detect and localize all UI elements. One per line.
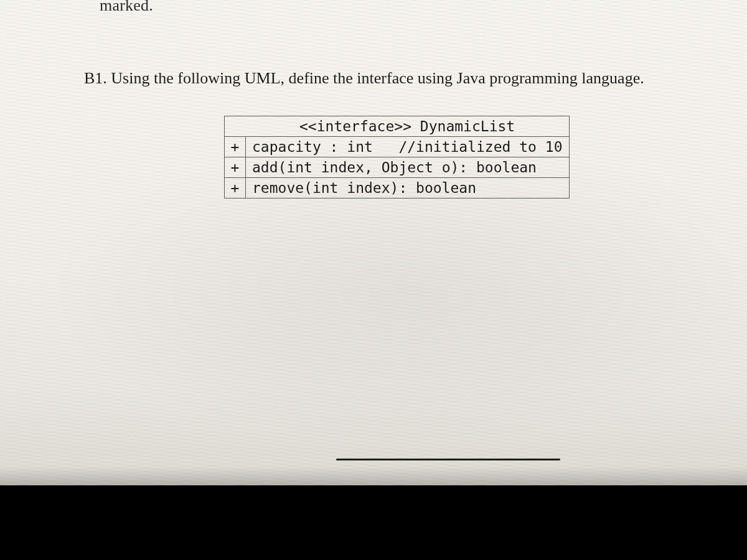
uml-signature: add(int index, Object o): boolean <box>246 157 570 178</box>
uml-visibility: + <box>225 157 246 178</box>
uml-visibility: + <box>225 137 246 157</box>
uml-member-row: + remove(int index): boolean <box>225 178 570 198</box>
uml-interface-table: <<interface>> DynamicList + capacity : i… <box>224 116 570 198</box>
page-footer-rule <box>336 459 560 460</box>
question-number: B1. <box>84 69 107 87</box>
uml-member-row: + capacity : int //initialized to 10 <box>225 137 570 157</box>
uml-visibility: + <box>225 178 246 198</box>
uml-member-row: + add(int index, Object o): boolean <box>225 157 570 178</box>
cutoff-previous-line: marked. <box>100 0 153 15</box>
uml-header-row: <<interface>> DynamicList <box>225 116 570 137</box>
question-text: Using the following UML, define the inte… <box>111 69 644 87</box>
page-bottom-shadow <box>0 467 747 485</box>
uml-signature: remove(int index): boolean <box>246 178 570 198</box>
document-page: marked. B1. Using the following UML, def… <box>0 0 747 485</box>
below-screen-black <box>0 485 747 560</box>
uml-signature: capacity : int //initialized to 10 <box>246 137 570 157</box>
uml-header-cell: <<interface>> DynamicList <box>225 116 570 137</box>
question-prompt: B1. Using the following UML, define the … <box>84 67 710 89</box>
